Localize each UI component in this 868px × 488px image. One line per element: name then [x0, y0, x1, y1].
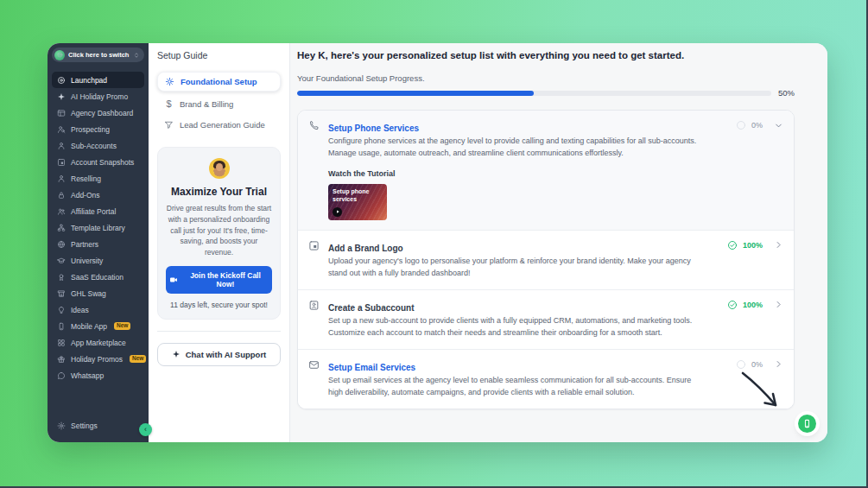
- sidebar-item-ghl-swag[interactable]: GHL Swag: [52, 285, 144, 301]
- dollar-icon: $: [164, 98, 174, 109]
- sidebar-item-label: Sub-Accounts: [71, 142, 117, 150]
- sidebar-item-label: AI Holiday Promo: [71, 92, 128, 101]
- task-description: Set up email services at the agency leve…: [328, 375, 700, 399]
- task-status: 0%: [736, 359, 783, 370]
- tutorial-label: Watch the Tutorial: [328, 169, 783, 178]
- person-icon: [57, 174, 66, 183]
- chevron-down-icon[interactable]: [774, 121, 783, 130]
- setup-guide-panel: Setup Guide Foundational Setup $ Brand &…: [149, 43, 290, 442]
- guide-tab-foundational-setup[interactable]: Foundational Setup: [157, 72, 281, 92]
- task-header: Add a Brand Logo Upload your agency's lo…: [308, 239, 783, 280]
- sidebar-item-label: Mobile App: [71, 322, 107, 331]
- sidebar-item-label: Partners: [71, 240, 98, 249]
- people-icon: [57, 207, 66, 216]
- sidebar-item-ai-holiday-promo[interactable]: AI Holiday Promo: [52, 88, 144, 105]
- chat-ai-support-button[interactable]: Chat with AI Support: [157, 343, 281, 366]
- sidebar-item-label: SaaS Education: [71, 273, 124, 282]
- new-badge: New: [130, 355, 146, 363]
- agency-switcher[interactable]: Click here to switch: [52, 48, 144, 62]
- sidebar-item-agency-dashboard[interactable]: Agency Dashboard: [52, 105, 144, 121]
- sidebar-item-reselling[interactable]: Reselling: [52, 170, 144, 187]
- sidebar-item-sub-accounts[interactable]: Sub-Accounts: [52, 137, 144, 154]
- tutorial-video-thumbnail[interactable]: Setup phone services: [328, 184, 387, 220]
- person-icon: [57, 142, 66, 150]
- tutorial-video-title: Setup phone services: [333, 187, 383, 204]
- progress-fill: [297, 91, 534, 96]
- sidebar-item-label: Settings: [71, 421, 98, 430]
- sidebar-item-app-marketplace[interactable]: App Marketplace: [52, 334, 144, 351]
- task-description: Upload your agency's logo to personalise…: [328, 256, 700, 280]
- sidebar-item-holiday-promos[interactable]: Holiday PromosNew: [52, 351, 144, 367]
- mobile-app-fab-button[interactable]: [798, 415, 816, 433]
- agency-avatar-icon: [57, 52, 63, 58]
- task-create-subaccount[interactable]: Create a Subaccount Set up a new sub-acc…: [298, 290, 794, 350]
- sidebar-item-affiliate-portal[interactable]: Affiliate Portal: [52, 203, 144, 219]
- join-kickoff-call-label: Join the Kickoff Call Now!: [182, 271, 269, 288]
- sun-icon: [165, 77, 174, 86]
- chevron-left-icon: ‹: [144, 426, 147, 434]
- chevron-right-icon[interactable]: [774, 359, 783, 369]
- sidebar-item-label: Holiday Promos: [71, 355, 123, 364]
- chat-ai-support-label: Chat with AI Support: [186, 350, 267, 359]
- task-text: Add a Brand Logo Upload your agency's lo…: [328, 239, 783, 280]
- task-title: Create a Subaccount: [328, 303, 414, 313]
- join-kickoff-call-button[interactable]: Join the Kickoff Call Now!: [166, 266, 272, 294]
- sidebar-item-add-ons[interactable]: Add-Ons: [52, 187, 144, 203]
- play-button-icon[interactable]: [333, 207, 342, 217]
- sidebar-item-label: Prospecting: [71, 125, 110, 134]
- sidebar-item-label: Template Library: [71, 224, 125, 232]
- guide-tab-lead-generation[interactable]: Lead Generation Guide: [157, 116, 281, 134]
- sidebar-item-launchpad[interactable]: Launchpad: [52, 72, 144, 88]
- sidebar-item-university[interactable]: University: [52, 252, 144, 269]
- progress-row: 50%: [297, 88, 795, 98]
- task-text: Setup Email Services Set up email servic…: [328, 358, 783, 399]
- sidebar-item-ideas[interactable]: Ideas: [52, 301, 144, 318]
- task-title-link[interactable]: Setup Email Services: [328, 363, 415, 372]
- task-setup-email-services[interactable]: Setup Email Services Set up email servic…: [298, 350, 794, 409]
- gear-icon: [57, 421, 66, 430]
- task-setup-phone-services[interactable]: Setup Phone Services Configure phone ser…: [298, 111, 794, 231]
- sidebar-item-template-library[interactable]: Template Library: [52, 219, 144, 236]
- empty-progress-circle-icon: [736, 120, 746, 130]
- task-percent: 0%: [751, 360, 763, 369]
- sidebar-item-whatsapp[interactable]: Whatsapp: [52, 367, 144, 383]
- guide-tab-label: Foundational Setup: [181, 77, 257, 86]
- task-text: Setup Phone Services Configure phone ser…: [328, 119, 783, 160]
- sidebar-item-saas-education[interactable]: SaaS Education: [52, 269, 144, 285]
- sidebar-item-label: Agency Dashboard: [71, 109, 133, 117]
- sidebar-collapse-button[interactable]: ‹: [139, 423, 152, 436]
- sparkle-icon: [57, 92, 66, 101]
- lightbulb-icon: [57, 306, 66, 314]
- task-title-link[interactable]: Setup Phone Services: [328, 124, 419, 133]
- sidebar-item-prospecting[interactable]: Prospecting: [52, 121, 144, 137]
- trial-card-body: Drive great results from the start with …: [166, 203, 272, 258]
- sidebar-item-account-snapshots[interactable]: Account Snapshots: [52, 154, 144, 170]
- guide-tab-label: Lead Generation Guide: [180, 120, 265, 130]
- graduation-cap-icon: [57, 257, 66, 265]
- guide-tab-label: Brand & Billing: [180, 99, 233, 109]
- chevron-right-icon[interactable]: [774, 240, 783, 250]
- check-circle-icon: [727, 240, 738, 250]
- task-description: Set up a new sub-account to provide clie…: [328, 315, 700, 339]
- chevron-right-icon[interactable]: [774, 300, 783, 309]
- app-window: Click here to switch Launchpad AI Holida…: [48, 43, 827, 442]
- new-badge: New: [114, 322, 130, 330]
- storefront-icon: [57, 289, 66, 298]
- sidebar-item-label: Whatsapp: [71, 371, 104, 380]
- progress-label: Your Foundational Setup Progress.: [297, 73, 795, 83]
- task-add-brand-logo[interactable]: Add a Brand Logo Upload your agency's lo…: [298, 231, 794, 290]
- progress-bar: [297, 91, 771, 96]
- tutorial-section: Watch the Tutorial Setup phone services: [328, 169, 783, 220]
- sidebar-item-label: App Marketplace: [71, 339, 126, 347]
- onboarding-specialist-avatar: [209, 158, 230, 179]
- sidebar-item-partners[interactable]: Partners: [52, 236, 144, 252]
- task-status: 0%: [736, 120, 783, 130]
- sidebar-item-settings[interactable]: Settings: [52, 417, 144, 434]
- up-down-chevron-icon: [133, 52, 140, 59]
- blocks-icon: [57, 224, 66, 232]
- sidebar-item-label: Affiliate Portal: [71, 207, 116, 216]
- guide-tab-brand-billing[interactable]: $ Brand & Billing: [157, 94, 281, 113]
- task-header: Setup Phone Services Configure phone ser…: [308, 119, 783, 160]
- ai-sparkle-icon: [172, 350, 181, 358]
- sidebar-item-mobile-app[interactable]: Mobile AppNew: [52, 318, 144, 334]
